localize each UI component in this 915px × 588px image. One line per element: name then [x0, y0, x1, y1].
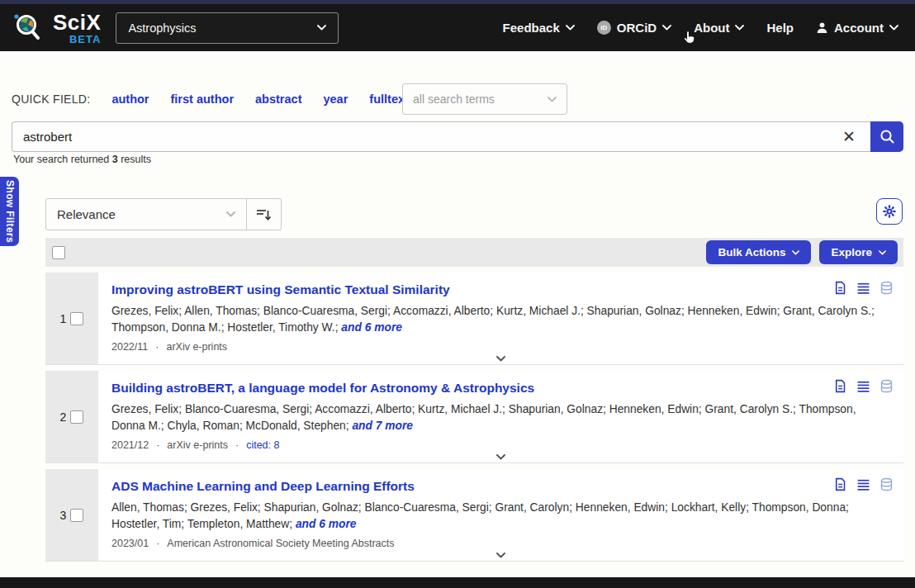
meta-separator: · [156, 439, 159, 451]
chevron-down-icon [496, 454, 505, 460]
result-body: Building astroBERT, a language model for… [98, 371, 903, 462]
result-left-strip: 1 [45, 273, 98, 364]
expand-result-button[interactable] [463, 550, 538, 559]
result-authors: Allen, Thomas; Grezes, Felix; Shapurian,… [111, 500, 890, 532]
navbar: SciX BETA Astrophysics Feedback iD ORCiD… [0, 4, 915, 51]
result-publication: arXiv e-prints [166, 341, 227, 353]
data-products-icon [879, 281, 894, 295]
results-list: 1 Improving astroBERT using Semantic Tex… [45, 273, 903, 567]
nav-about[interactable]: About [694, 21, 744, 35]
more-authors-link[interactable]: and 7 more [352, 420, 413, 432]
quick-field-row: QUICK FIELD: author first author abstrac… [12, 85, 409, 113]
select-all-checkbox[interactable] [52, 246, 65, 259]
nav-account[interactable]: Account [816, 21, 898, 35]
bulk-buttons: Bulk Actions Explore [706, 240, 898, 264]
sort-descending-icon [256, 208, 272, 221]
nav-orcid[interactable]: iD ORCiD [597, 21, 671, 35]
result-left-strip: 3 [45, 469, 98, 561]
discipline-select-value: Astrophysics [128, 21, 196, 35]
result-date: 2023/01 [111, 538, 149, 549]
search-button[interactable] [870, 121, 903, 152]
result-meta: 2022/11 · arXiv e-prints [111, 341, 890, 353]
fulltext-document-icon[interactable] [833, 379, 847, 393]
meta-separator: · [156, 538, 159, 549]
brand-beta-badge: BETA [69, 34, 101, 45]
results-settings-button[interactable] [876, 198, 903, 225]
quick-field-label: QUICK FIELD: [12, 92, 90, 106]
sort-direction-button[interactable] [246, 199, 281, 230]
clear-search-icon[interactable]: ✕ [839, 127, 859, 147]
fulltext-document-icon[interactable] [833, 477, 847, 491]
result-quick-icons [833, 477, 894, 491]
chevron-down-icon [889, 25, 898, 31]
result-title-link[interactable]: ADS Machine Learning and Deep Learning E… [111, 479, 415, 494]
quick-field-abstract[interactable]: abstract [255, 92, 301, 106]
sort-controls: Relevance [45, 198, 282, 230]
result-authors: Grezes, Felix; Blanco-Cuaresma, Sergi; A… [111, 401, 890, 434]
meta-separator: · [155, 341, 159, 353]
nav-help[interactable]: Help [766, 21, 794, 35]
result-publication: American Astronomical Society Meeting Ab… [167, 538, 394, 549]
cited-count-link[interactable]: cited: 8 [246, 439, 279, 451]
show-filters-label: Show Filters [4, 180, 16, 243]
brand-text: SciX BETA [53, 12, 101, 45]
result-authors: Grezes, Felix; Allen, Thomas; Blanco-Cua… [111, 303, 890, 335]
chevron-down-icon [566, 25, 575, 31]
expand-result-button[interactable] [463, 452, 538, 461]
sort-select-value: Relevance [57, 207, 116, 221]
search-input[interactable] [12, 121, 870, 152]
result-title-link[interactable]: Improving astroBERT using Semantic Textu… [111, 282, 450, 297]
result-index: 3 [60, 509, 67, 522]
discipline-select[interactable]: Astrophysics [116, 12, 339, 44]
search-icon [879, 129, 895, 145]
result-publication: arXiv e-prints [167, 439, 228, 451]
expand-result-button[interactable] [463, 353, 538, 363]
chevron-down-icon [226, 211, 235, 217]
magnifier-globe-icon [10, 9, 46, 47]
search-terms-select-value: all search terms [413, 92, 495, 106]
chevron-down-icon [735, 25, 744, 31]
references-list-icon[interactable] [856, 281, 870, 295]
chevron-down-icon [496, 356, 505, 362]
result-checkbox[interactable] [70, 509, 83, 522]
result-checkbox[interactable] [70, 410, 83, 424]
references-list-icon[interactable] [856, 379, 870, 393]
result-meta: 2023/01 · American Astronomical Society … [111, 538, 890, 549]
chevron-down-icon [792, 250, 799, 255]
result-item: 1 Improving astroBERT using Semantic Tex… [45, 273, 903, 365]
result-checkbox[interactable] [70, 312, 83, 325]
result-quick-icons [833, 379, 894, 393]
show-filters-tab[interactable]: Show Filters [0, 177, 19, 246]
bulk-actions-button[interactable]: Bulk Actions [706, 240, 811, 264]
quick-field-year[interactable]: year [323, 92, 348, 106]
person-icon [816, 21, 828, 34]
chevron-down-icon [548, 97, 557, 102]
chevron-down-icon [317, 25, 326, 31]
orcid-icon: iD [597, 21, 611, 35]
data-products-icon [879, 477, 894, 491]
sort-select[interactable]: Relevance [46, 199, 246, 230]
result-item: 2 Building astroBERT, a language model f… [45, 371, 903, 463]
meta-separator: · [235, 439, 239, 451]
quick-field-author[interactable]: author [111, 92, 149, 106]
result-date: 2021/12 [111, 439, 149, 451]
more-authors-link[interactable]: and 6 more [341, 321, 402, 334]
result-body: ADS Machine Learning and Deep Learning E… [98, 469, 903, 561]
more-authors-link[interactable]: and 6 more [296, 518, 357, 530]
result-item: 3 ADS Machine Learning and Deep Learning… [45, 469, 903, 562]
references-list-icon[interactable] [856, 477, 870, 491]
explore-button[interactable]: Explore [819, 240, 898, 264]
scix-logo[interactable]: SciX BETA [10, 9, 101, 47]
chevron-down-icon [879, 250, 886, 255]
result-title-link[interactable]: Building astroBERT, a language model for… [111, 381, 534, 396]
results-count: 3 [112, 154, 118, 165]
quick-field-first-author[interactable]: first author [171, 92, 235, 106]
result-date: 2022/11 [111, 341, 148, 353]
navbar-menu: Feedback iD ORCiD About Help Account [503, 4, 898, 51]
nav-feedback[interactable]: Feedback [503, 21, 575, 35]
result-index: 1 [60, 312, 67, 325]
fulltext-document-icon[interactable] [833, 281, 847, 295]
data-products-icon [879, 379, 894, 393]
search-terms-select[interactable]: all search terms [402, 83, 567, 115]
bulk-actions-bar: Bulk Actions Explore [45, 238, 903, 267]
